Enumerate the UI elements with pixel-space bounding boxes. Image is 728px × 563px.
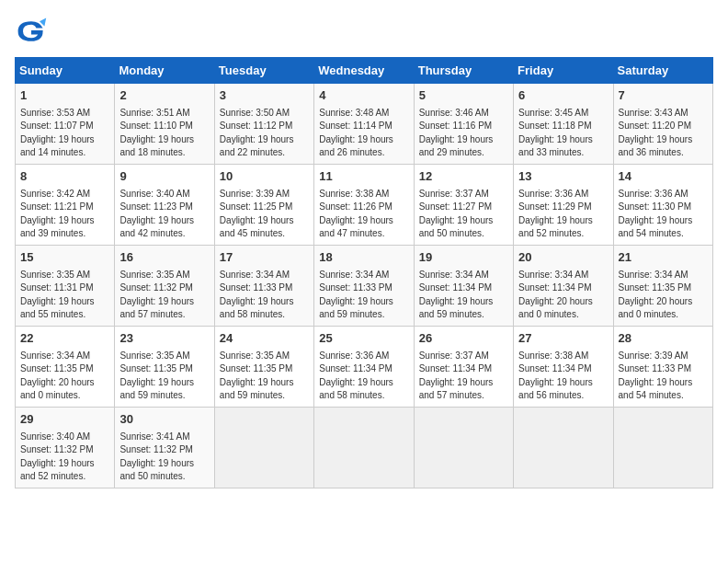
day-number: 6: [518, 87, 608, 104]
sunset-text: Sunset: 11:33 PM: [220, 282, 293, 293]
daylight-text: Daylight: 19 hours and 54 minutes.: [619, 377, 693, 401]
week-row-1: 1Sunrise: 3:53 AMSunset: 11:07 PMDayligh…: [16, 84, 713, 165]
day-number: 30: [119, 411, 209, 428]
day-cell: 25Sunrise: 3:36 AMSunset: 11:34 PMDaylig…: [314, 327, 414, 408]
sunset-text: Sunset: 11:32 PM: [119, 282, 193, 293]
page-header: [15, 15, 713, 48]
day-number: 17: [220, 249, 309, 266]
sunrise-text: Sunrise: 3:45 AM: [518, 108, 588, 118]
daylight-text: Daylight: 20 hours and 0 minutes.: [619, 296, 693, 320]
sunset-text: Sunset: 11:23 PM: [119, 201, 193, 212]
sunset-text: Sunset: 11:25 PM: [220, 201, 293, 212]
sunrise-text: Sunrise: 3:39 AM: [619, 350, 688, 361]
day-cell: 9Sunrise: 3:40 AMSunset: 11:23 PMDayligh…: [115, 165, 214, 246]
day-cell: 6Sunrise: 3:45 AMSunset: 11:18 PMDayligh…: [514, 84, 613, 165]
daylight-text: Daylight: 19 hours and 47 minutes.: [319, 215, 393, 239]
day-number: 22: [20, 330, 109, 347]
daylight-text: Daylight: 19 hours and 59 minutes.: [419, 296, 494, 320]
day-cell: [414, 408, 513, 488]
day-cell: 18Sunrise: 3:34 AMSunset: 11:33 PMDaylig…: [314, 246, 414, 327]
header-sunday: Sunday: [16, 58, 115, 84]
daylight-text: Daylight: 19 hours and 52 minutes.: [518, 215, 593, 239]
daylight-text: Daylight: 19 hours and 42 minutes.: [119, 215, 194, 239]
sunset-text: Sunset: 11:33 PM: [619, 363, 692, 373]
daylight-text: Daylight: 19 hours and 52 minutes.: [20, 458, 95, 482]
daylight-text: Daylight: 19 hours and 59 minutes.: [220, 377, 294, 401]
sunset-text: Sunset: 11:34 PM: [319, 363, 392, 373]
sunrise-text: Sunrise: 3:43 AM: [619, 108, 688, 118]
header-tuesday: Tuesday: [214, 58, 313, 84]
daylight-text: Daylight: 19 hours and 55 minutes.: [20, 296, 95, 320]
daylight-text: Daylight: 19 hours and 58 minutes.: [319, 377, 393, 401]
day-cell: 21Sunrise: 3:34 AMSunset: 11:35 PMDaylig…: [613, 246, 712, 327]
day-number: 3: [220, 87, 309, 104]
sunset-text: Sunset: 11:32 PM: [119, 444, 193, 454]
day-cell: 20Sunrise: 3:34 AMSunset: 11:34 PMDaylig…: [514, 246, 613, 327]
daylight-text: Daylight: 19 hours and 57 minutes.: [119, 296, 194, 320]
sunrise-text: Sunrise: 3:34 AM: [220, 270, 290, 280]
sunset-text: Sunset: 11:34 PM: [518, 363, 592, 373]
sunrise-text: Sunrise: 3:41 AM: [119, 431, 189, 442]
sunset-text: Sunset: 11:16 PM: [419, 121, 493, 131]
daylight-text: Daylight: 19 hours and 57 minutes.: [419, 377, 494, 401]
sunset-text: Sunset: 11:21 PM: [20, 201, 94, 212]
daylight-text: Daylight: 19 hours and 50 minutes.: [419, 215, 494, 239]
daylight-text: Daylight: 19 hours and 33 minutes.: [518, 134, 593, 158]
day-number: 10: [220, 168, 309, 185]
calendar-table: SundayMondayTuesdayWednesdayThursdayFrid…: [15, 57, 713, 488]
day-number: 1: [20, 87, 109, 104]
day-cell: 3Sunrise: 3:50 AMSunset: 11:12 PMDayligh…: [214, 84, 313, 165]
sunrise-text: Sunrise: 3:42 AM: [20, 189, 90, 199]
sunrise-text: Sunrise: 3:38 AM: [319, 189, 389, 199]
sunrise-text: Sunrise: 3:34 AM: [518, 270, 588, 280]
day-number: 29: [20, 411, 109, 428]
daylight-text: Daylight: 19 hours and 22 minutes.: [220, 134, 294, 158]
sunrise-text: Sunrise: 3:34 AM: [419, 270, 489, 280]
day-cell: 30Sunrise: 3:41 AMSunset: 11:32 PMDaylig…: [115, 408, 214, 488]
daylight-text: Daylight: 19 hours and 18 minutes.: [119, 134, 194, 158]
week-row-2: 8Sunrise: 3:42 AMSunset: 11:21 PMDayligh…: [16, 165, 713, 246]
sunset-text: Sunset: 11:07 PM: [20, 121, 94, 131]
sunrise-text: Sunrise: 3:40 AM: [20, 431, 90, 442]
day-number: 23: [119, 330, 209, 347]
day-cell: 4Sunrise: 3:48 AMSunset: 11:14 PMDayligh…: [314, 84, 414, 165]
day-number: 13: [518, 168, 608, 185]
sunset-text: Sunset: 11:35 PM: [119, 363, 193, 373]
daylight-text: Daylight: 19 hours and 14 minutes.: [20, 134, 95, 158]
header-thursday: Thursday: [414, 58, 513, 84]
sunrise-text: Sunrise: 3:50 AM: [220, 108, 290, 118]
sunrise-text: Sunrise: 3:35 AM: [20, 270, 90, 280]
day-number: 16: [119, 249, 209, 266]
sunrise-text: Sunrise: 3:38 AM: [518, 350, 588, 361]
sunset-text: Sunset: 11:31 PM: [20, 282, 94, 293]
day-cell: 17Sunrise: 3:34 AMSunset: 11:33 PMDaylig…: [214, 246, 313, 327]
daylight-text: Daylight: 19 hours and 45 minutes.: [220, 215, 294, 239]
day-cell: 5Sunrise: 3:46 AMSunset: 11:16 PMDayligh…: [414, 84, 513, 165]
sunrise-text: Sunrise: 3:34 AM: [319, 270, 389, 280]
sunrise-text: Sunrise: 3:51 AM: [119, 108, 189, 118]
day-number: 25: [319, 330, 408, 347]
day-cell: 15Sunrise: 3:35 AMSunset: 11:31 PMDaylig…: [16, 246, 115, 327]
day-number: 7: [619, 87, 708, 104]
header-monday: Monday: [115, 58, 214, 84]
day-cell: [314, 408, 414, 488]
sunrise-text: Sunrise: 3:34 AM: [20, 350, 90, 361]
sunset-text: Sunset: 11:35 PM: [20, 363, 94, 373]
sunset-text: Sunset: 11:35 PM: [619, 282, 692, 293]
sunrise-text: Sunrise: 3:35 AM: [119, 350, 189, 361]
logo: [15, 15, 51, 48]
sunset-text: Sunset: 11:34 PM: [419, 363, 493, 373]
day-number: 27: [518, 330, 608, 347]
sunrise-text: Sunrise: 3:35 AM: [119, 270, 189, 280]
week-row-5: 29Sunrise: 3:40 AMSunset: 11:32 PMDaylig…: [16, 408, 713, 488]
day-cell: 1Sunrise: 3:53 AMSunset: 11:07 PMDayligh…: [16, 84, 115, 165]
sunrise-text: Sunrise: 3:37 AM: [419, 350, 489, 361]
sunset-text: Sunset: 11:26 PM: [319, 201, 392, 212]
day-cell: 16Sunrise: 3:35 AMSunset: 11:32 PMDaylig…: [115, 246, 214, 327]
daylight-text: Daylight: 19 hours and 36 minutes.: [619, 134, 693, 158]
day-cell: 27Sunrise: 3:38 AMSunset: 11:34 PMDaylig…: [514, 327, 613, 408]
day-number: 9: [119, 168, 209, 185]
day-number: 14: [619, 168, 708, 185]
sunrise-text: Sunrise: 3:48 AM: [319, 108, 389, 118]
day-number: 2: [119, 87, 209, 104]
